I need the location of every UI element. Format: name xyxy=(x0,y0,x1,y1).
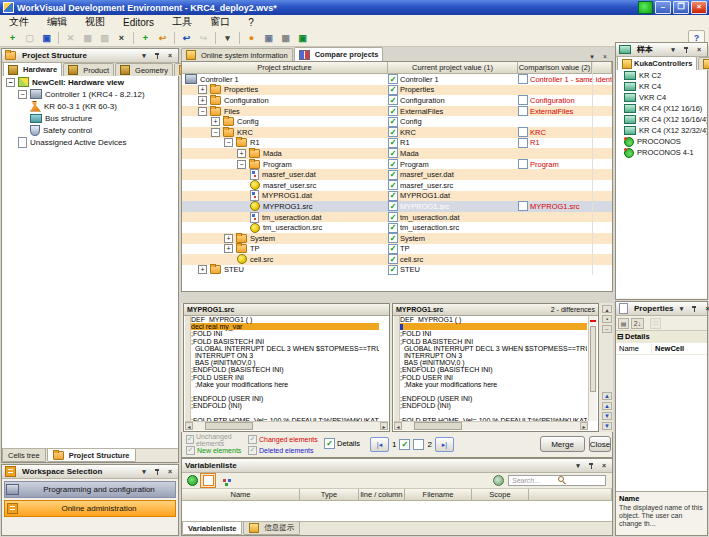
column-header[interactable]: Project structure xyxy=(182,62,388,74)
table-row[interactable]: MYPROG1.dat✓MYPROG1.dat xyxy=(182,191,612,202)
delete-icon[interactable]: × xyxy=(114,31,129,45)
table-row[interactable]: −Files✓ExternalFilesExternalFiles xyxy=(182,106,612,117)
checkbox-unchecked[interactable] xyxy=(518,159,528,169)
vscroll-thumb[interactable] xyxy=(590,326,596,392)
table-row[interactable]: +System✓System xyxy=(182,233,612,244)
expander-icon[interactable]: − xyxy=(237,160,246,169)
restore-button[interactable]: ❐ xyxy=(673,1,689,14)
right-hscrollbar[interactable]: ◂ ▸ xyxy=(394,421,588,430)
checkbox-checked[interactable]: ✓ xyxy=(388,159,398,169)
chevron-down-icon[interactable]: ▾ xyxy=(668,45,678,54)
catalog-item[interactable]: KR C4 (X12 16/16/4) xyxy=(616,114,707,125)
pin-icon[interactable] xyxy=(152,51,162,60)
checkbox-checked[interactable]: ✓ xyxy=(388,223,398,233)
property-pages-icon[interactable]: □ xyxy=(650,318,661,329)
catalog-item[interactable]: PROCONOS 4-1 xyxy=(616,147,707,158)
table-row[interactable]: −R1✓R1R1 xyxy=(182,138,612,149)
checkbox-checked[interactable]: ✓ xyxy=(388,170,398,180)
table-row[interactable]: −Program✓ProgramProgram xyxy=(182,159,612,170)
merge-expand-icon[interactable]: ▪ xyxy=(602,315,612,323)
prev-diff-icon[interactable]: ▲ xyxy=(602,402,612,410)
catalog-item[interactable]: KR C4 (X12 32/32/4) xyxy=(616,125,707,136)
checkbox-checked[interactable]: ✓ xyxy=(388,106,398,116)
column-header[interactable]: Filename xyxy=(405,489,472,501)
checkbox-unchecked[interactable] xyxy=(518,95,528,105)
pin-icon[interactable] xyxy=(586,461,596,470)
debug-icon[interactable]: ▦ xyxy=(278,31,293,45)
close-button[interactable]: × xyxy=(691,1,707,14)
chevron-down-icon[interactable]: ▾ xyxy=(139,51,149,60)
column-header[interactable]: Scope xyxy=(472,489,529,501)
sort-alpha-icon[interactable]: 2↓ xyxy=(631,318,644,329)
property-value[interactable]: NewCell xyxy=(652,344,707,353)
left-hscrollbar[interactable]: ◂ ▸ xyxy=(185,421,388,430)
tree-item[interactable]: −Controller 1 (KRC4 - 8.2.12) xyxy=(2,88,178,100)
bottom-tab[interactable]: 信息提示 xyxy=(243,522,300,535)
table-row[interactable]: masref_user.dat✓masref_user.dat xyxy=(182,169,612,180)
expander-icon[interactable]: + xyxy=(224,234,233,243)
column-header[interactable]: Type xyxy=(300,489,359,501)
scroll-thumb[interactable] xyxy=(205,422,253,430)
add-element-icon[interactable]: + xyxy=(138,31,153,45)
menu-item[interactable]: 窗口 xyxy=(201,15,239,29)
chevron-down-icon[interactable]: ▾ xyxy=(677,304,687,313)
details-toggle[interactable]: ✓ Details xyxy=(324,438,360,449)
checkbox-checked[interactable]: ✓ xyxy=(388,138,398,148)
bottom-tab-project-structure[interactable]: Project Structure xyxy=(47,449,136,462)
table-row[interactable]: −KRC✓KRCKRC xyxy=(182,127,612,138)
checkbox-checked[interactable]: ✓ xyxy=(388,95,398,105)
expander-icon[interactable]: + xyxy=(198,85,207,94)
diff-marker-scrollbar[interactable] xyxy=(588,316,597,421)
close-panel-icon[interactable]: × xyxy=(165,467,175,476)
scroll-right-icon[interactable]: ▸ xyxy=(580,422,588,430)
last-difference-button[interactable]: ▸| xyxy=(435,437,454,452)
table-row[interactable]: cell.src✓cell.src xyxy=(182,254,612,265)
checkbox-checked[interactable]: ✓ xyxy=(388,201,398,211)
checkbox-checked[interactable]: ✓ xyxy=(388,85,398,95)
tab-geometry[interactable]: Geometry xyxy=(115,63,173,76)
checkbox-checked[interactable]: ✓ xyxy=(388,265,398,275)
export-dropdown-icon[interactable]: ▾ xyxy=(220,31,235,45)
catalog-item[interactable]: VKR C4 xyxy=(616,92,707,103)
doc-close-icon[interactable]: × xyxy=(600,52,610,61)
table-row[interactable]: +Config✓Config xyxy=(182,116,612,127)
expander-icon[interactable]: + xyxy=(224,244,233,253)
table-row[interactable]: tm_useraction.src✓tm_useraction.src xyxy=(182,222,612,233)
refresh-button[interactable] xyxy=(184,473,200,488)
next-diff-icon[interactable]: ▼ xyxy=(602,412,612,420)
properties-group-row[interactable]: ⊟ Details xyxy=(616,331,707,343)
table-row[interactable]: +Mada✓Mada xyxy=(182,148,612,159)
checkbox-checked[interactable]: ✓ xyxy=(388,127,398,137)
chevron-down-icon[interactable]: ▾ xyxy=(573,461,583,470)
first-diff-icon[interactable]: ▲ xyxy=(602,392,612,400)
table-row[interactable]: tm_useraction.dat✓tm_useraction.dat xyxy=(182,212,612,223)
column-header[interactable]: Current project value (1) xyxy=(388,62,518,74)
checkbox-checked[interactable]: ✓ xyxy=(388,254,398,264)
table-row[interactable]: +TP✓TP xyxy=(182,244,612,255)
expander-icon[interactable]: + xyxy=(211,117,220,126)
save-icon[interactable]: ▣ xyxy=(39,31,54,45)
table-row[interactable]: MYPROG1.src✓MYPROG1.srcMYPROG1.src xyxy=(182,201,612,212)
menu-item[interactable]: 视图 xyxy=(76,15,114,29)
expander-icon[interactable]: − xyxy=(6,78,15,87)
close-panel-icon[interactable]: × xyxy=(599,461,609,470)
deploy-icon[interactable]: ▣ xyxy=(261,31,276,45)
legend-checkbox[interactable]: ✓ xyxy=(248,435,257,444)
column-header[interactable]: Comparison value (2) xyxy=(518,62,592,74)
bottom-tab[interactable]: Variablenliste xyxy=(182,522,242,535)
merge-up-icon[interactable]: ▴ xyxy=(602,305,612,313)
expander-icon[interactable]: + xyxy=(237,149,246,158)
new-file-icon[interactable]: + xyxy=(5,31,20,45)
close-panel-icon[interactable]: × xyxy=(165,51,175,60)
menu-item[interactable]: 编辑 xyxy=(38,15,76,29)
scroll-thumb[interactable] xyxy=(414,422,462,430)
tab-kukacontrollers[interactable]: KukaControllers xyxy=(617,56,697,70)
search-icon[interactable] xyxy=(558,476,602,485)
menu-item[interactable]: 工具 xyxy=(163,15,201,29)
pane1-checkbox[interactable]: ✓ xyxy=(399,439,410,450)
menu-item[interactable]: Editors xyxy=(114,15,163,29)
checkbox-unchecked[interactable] xyxy=(518,127,528,137)
tree-item[interactable]: KR 60-3 1 (KR 60-3) xyxy=(2,100,178,112)
table-row[interactable]: +STEU✓STEU xyxy=(182,265,612,276)
legend-checkbox[interactable]: ✓ xyxy=(186,435,194,444)
